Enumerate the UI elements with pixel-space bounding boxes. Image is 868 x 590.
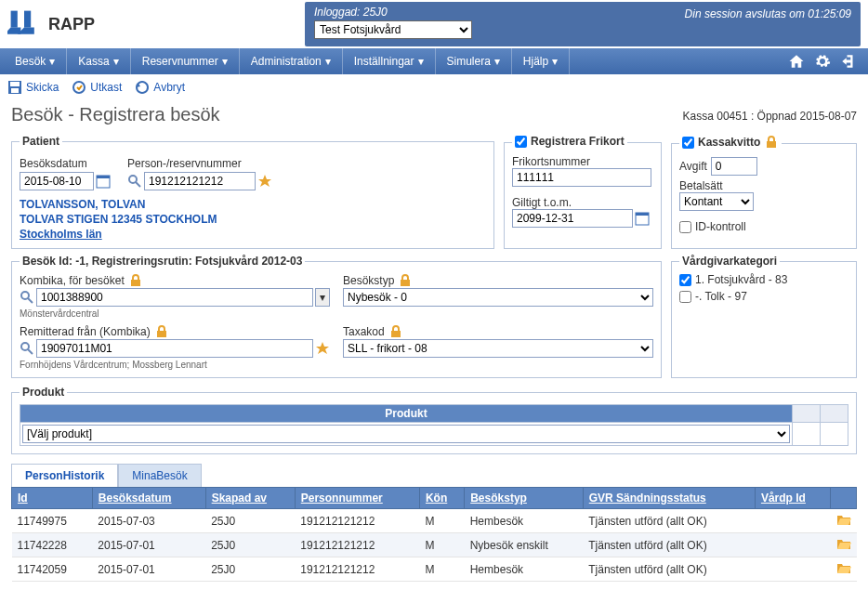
app-logo-icon (7, 7, 41, 41)
nav-administration[interactable]: Administration ▾ (240, 48, 343, 74)
vard-fotsjukvard-checkbox[interactable] (679, 274, 691, 286)
session-box: Inloggad: 25J0 Test Fotsjukvård Din sess… (305, 2, 861, 46)
open-folder-icon[interactable] (836, 513, 851, 526)
patient-lan[interactable]: Stockholms län (20, 228, 486, 241)
nav-besok[interactable]: Besök ▾ (4, 48, 67, 74)
utkast-button[interactable]: Utkast (72, 80, 122, 95)
col-gvr-status[interactable]: GVR Sändningsstatus (583, 488, 755, 509)
pnr-input[interactable] (144, 172, 256, 190)
remitterad-note: Fornhöjdens Vårdcentrum; Mossberg Lennar… (20, 360, 330, 370)
remitterad-input[interactable] (36, 339, 313, 358)
tab-minabesok[interactable]: MinaBesök (118, 464, 201, 487)
cell-id: 11742228 (12, 533, 93, 557)
frikortsnummer-input[interactable] (512, 168, 651, 187)
svg-rect-12 (767, 141, 776, 148)
logout-icon[interactable] (840, 53, 857, 70)
cell-pnr: 191212121212 (295, 557, 419, 582)
svg-rect-11 (636, 213, 649, 216)
favorite-icon[interactable] (315, 341, 330, 356)
col-personnummer[interactable]: Personnummer (295, 488, 419, 509)
svg-rect-16 (401, 280, 410, 286)
cell-id: 11749975 (12, 509, 93, 533)
col-skapad-av[interactable]: Skapad av (205, 488, 295, 509)
lock-icon (398, 273, 413, 288)
patient-fieldset: Patient Besöksdatum Person-/reservnummer… (11, 135, 494, 249)
kombika-input[interactable] (36, 288, 313, 307)
registrera-frikort-label: Registrera Frikort (531, 135, 625, 148)
col-id[interactable]: Id (12, 488, 93, 509)
calendar-icon[interactable] (96, 174, 111, 189)
favorite-icon[interactable] (257, 174, 272, 189)
open-folder-icon[interactable] (836, 561, 851, 574)
betalsatt-select[interactable]: Kontant (679, 192, 754, 211)
cell-id: 11742059 (12, 557, 93, 582)
svg-point-8 (129, 176, 137, 183)
lock-icon (154, 324, 169, 339)
calendar-icon[interactable] (635, 211, 650, 226)
table-row[interactable]: 117499752015-07-0325J0191212121212MHembe… (12, 509, 857, 533)
search-icon[interactable] (20, 290, 34, 305)
cell-date: 2015-07-03 (92, 509, 205, 533)
svg-point-18 (21, 343, 29, 350)
unit-select[interactable]: Test Fotsjukvård (314, 20, 472, 39)
idkontroll-checkbox[interactable] (679, 221, 691, 233)
kassakvitto-checkbox[interactable] (682, 137, 694, 149)
pnr-label: Person-/reservnummer (127, 157, 272, 170)
kvitto-fieldset: Kassakvitto Avgift Betalsätt Kontant ID-… (671, 135, 857, 249)
cell-kon: M (419, 509, 464, 533)
col-besokstyp[interactable]: Besökstyp (465, 488, 584, 509)
taxakod-select[interactable]: SLL - frikort - 08 (343, 339, 653, 358)
svg-line-9 (136, 182, 140, 187)
cell-typ: Hembesök (465, 557, 584, 582)
col-besoksdatum[interactable]: Besöksdatum (92, 488, 205, 509)
nav-kassa[interactable]: Kassa ▾ (67, 48, 130, 74)
besoksdatum-input[interactable] (20, 172, 94, 190)
frikort-fieldset: Registrera Frikort Frikortsnummer Giltig… (504, 135, 662, 249)
avgift-input[interactable] (711, 157, 757, 176)
nav-simulera[interactable]: Simulera ▾ (436, 48, 512, 74)
cell-vard (755, 557, 830, 582)
svg-point-5 (73, 82, 85, 93)
svg-point-14 (21, 292, 29, 299)
gear-icon[interactable] (814, 53, 831, 70)
cell-vard (755, 533, 830, 557)
cell-kon: M (419, 557, 464, 582)
col-action (831, 488, 857, 509)
idkontroll-label: ID-kontroll (695, 220, 746, 233)
table-row[interactable]: 117422282015-07-0125J0191212121212MNybes… (12, 533, 857, 557)
open-folder-icon[interactable] (836, 537, 851, 550)
kombika-label: Kombika, för besöket (20, 274, 125, 287)
besokstyp-select[interactable]: Nybesök - 0 (343, 288, 653, 307)
produkt-col-action1 (793, 405, 821, 423)
col-kon[interactable]: Kön (419, 488, 464, 509)
table-row[interactable]: 117420592015-07-0125J0191212121212MHembe… (12, 557, 857, 582)
patient-legend: Patient (20, 135, 62, 148)
logo-area: RAPP (7, 7, 305, 41)
col-vardp-id[interactable]: Vårdp Id (755, 488, 830, 509)
nav-reservnummer[interactable]: Reservnummer ▾ (131, 48, 240, 74)
cell-by: 25J0 (205, 557, 295, 582)
vard-tolk-checkbox[interactable] (679, 291, 691, 303)
besoksdatum-label: Besöksdatum (20, 157, 111, 170)
nav-hjalp[interactable]: Hjälp ▾ (512, 48, 570, 74)
cell-date: 2015-07-01 (92, 533, 205, 557)
produkt-fieldset: Produkt Produkt [Välj produkt] (11, 386, 857, 454)
main-nav: Besök ▾ Kassa ▾ Reservnummer ▾ Administr… (0, 48, 868, 74)
kombika-dropdown-button[interactable]: ▾ (315, 288, 330, 307)
registrera-frikort-checkbox[interactable] (515, 136, 527, 148)
giltig-input[interactable] (512, 209, 633, 228)
nav-installningar[interactable]: Inställningar ▾ (343, 48, 436, 74)
session-expires: Din session avslutas om 01:25:09 (685, 6, 851, 20)
avbryt-button[interactable]: Avbryt (135, 80, 185, 95)
betalsatt-label: Betalsätt (679, 179, 848, 192)
search-icon[interactable] (127, 174, 142, 189)
history-table: Id Besöksdatum Skapad av Personnummer Kö… (11, 487, 857, 582)
produkt-select[interactable]: [Välj produkt] (22, 425, 790, 443)
page-title: Besök - Registrera besök (11, 104, 220, 125)
history-tabs: PersonHistorik MinaBesök (11, 464, 857, 487)
tab-personhistorik[interactable]: PersonHistorik (11, 464, 118, 487)
skicka-button[interactable]: Skicka (7, 80, 59, 95)
search-icon[interactable] (20, 341, 34, 356)
patient-address: TOLVAR STIGEN 12345 STOCKHOLM (20, 213, 486, 226)
home-icon[interactable] (788, 53, 805, 70)
